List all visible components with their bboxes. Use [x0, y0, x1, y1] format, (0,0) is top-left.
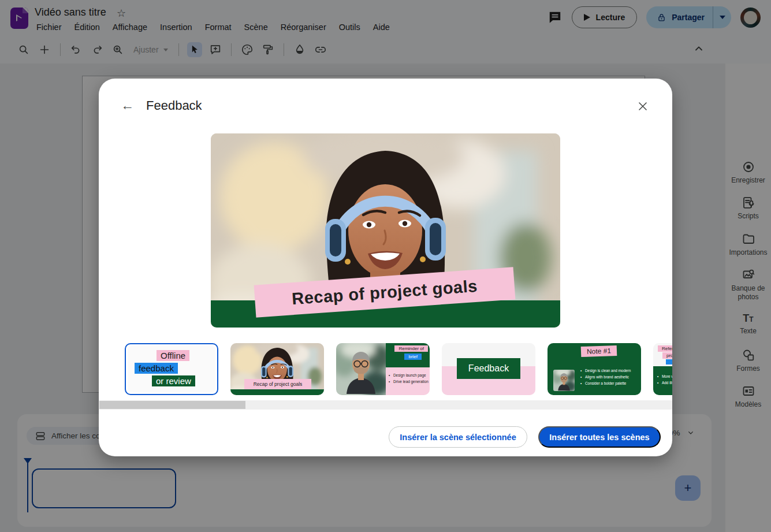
- scene-thumbnails: Offline feedback or review Recap of proj…: [99, 343, 672, 396]
- scene-thumb-3[interactable]: Reminder of brief Design launch page Dri…: [336, 343, 430, 395]
- scene-thumb-2[interactable]: Recap of project goals: [230, 343, 324, 395]
- scene-thumb-1-selected[interactable]: Offline feedback or review: [125, 343, 218, 395]
- google-vids-app: Vidéo sans titre ☆ Fichier Édition Affic…: [0, 0, 771, 532]
- thumb-photo: [336, 343, 386, 395]
- back-icon[interactable]: ←: [121, 98, 134, 112]
- scene-thumb-4[interactable]: Feedback: [442, 343, 535, 395]
- thumb-caption-box: Feedback: [457, 358, 520, 379]
- scene-thumb-6[interactable]: Refere prop More vib Add illu: [653, 343, 672, 395]
- scene-preview: Recap of project goals: [211, 133, 560, 328]
- dialog-title: Feedback: [146, 98, 202, 113]
- close-icon[interactable]: [636, 99, 650, 116]
- thumbnails-scrollbar[interactable]: [99, 400, 672, 410]
- insert-all-scenes-button[interactable]: Insérer toutes les scènes: [538, 426, 661, 448]
- feedback-template-dialog: ← Feedback Recap of project goals Offlin…: [99, 79, 672, 456]
- scrollbar-thumb[interactable]: [99, 401, 245, 409]
- scene-thumb-5[interactable]: Note #1 Design is clean and modern Align…: [547, 343, 641, 395]
- thumb-photo: [553, 370, 575, 391]
- insert-selected-scene-button[interactable]: Insérer la scène sélectionnée: [389, 426, 527, 448]
